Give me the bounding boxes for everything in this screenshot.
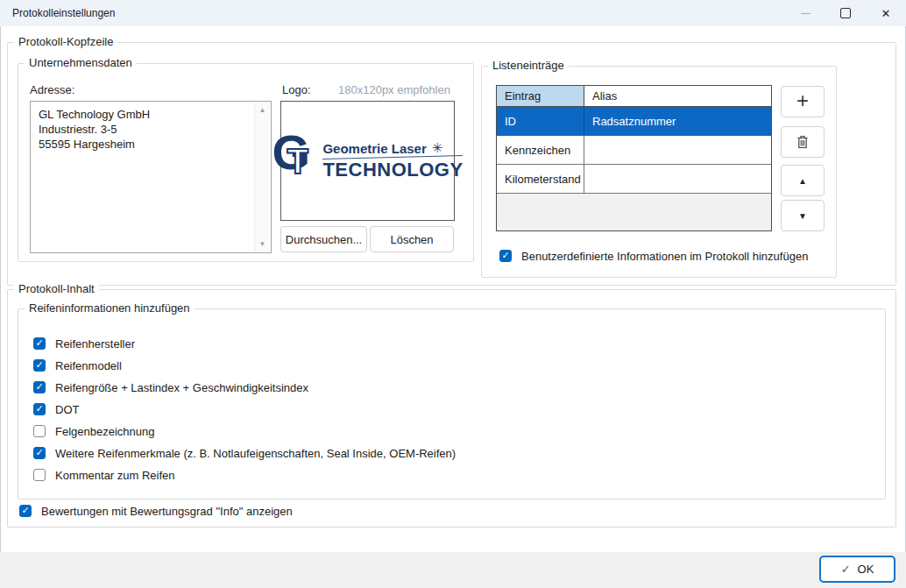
custom-info-checkbox[interactable]: ✓ bbox=[499, 250, 512, 262]
custom-info-checkbox-row[interactable]: ✓ Benutzerdefinierte Informationen im Pr… bbox=[499, 245, 808, 266]
browse-button-label: Durchsuchen... bbox=[286, 233, 362, 246]
checkbox-label: DOT bbox=[55, 403, 79, 416]
cell-eintrag[interactable]: Kennzeichen bbox=[497, 136, 584, 164]
checkbox[interactable]: ✓ bbox=[33, 337, 46, 350]
table-header-row: Eintrag Alias bbox=[497, 86, 771, 107]
info-rating-checkbox-row[interactable]: ✓ Bewertungen mit Bewertungsgrad "Info" … bbox=[19, 500, 293, 521]
checkbox-label: Felgenbezeichnung bbox=[55, 425, 154, 438]
checkbox-row-dot[interactable]: ✓ DOT bbox=[33, 399, 79, 420]
ok-button[interactable]: ✓ OK bbox=[819, 556, 895, 583]
arrow-up-icon: ▲ bbox=[798, 176, 807, 186]
check-icon: ✓ bbox=[35, 360, 43, 370]
scroll-down-icon[interactable]: ▼ bbox=[255, 240, 270, 248]
checkbox-row-felgenbezeichnung[interactable]: Felgenbezeichnung bbox=[33, 421, 154, 442]
checkbox[interactable]: ✓ bbox=[33, 447, 46, 459]
cell-alias[interactable] bbox=[584, 136, 771, 164]
check-icon: ✓ bbox=[35, 382, 43, 392]
checkbox[interactable] bbox=[33, 469, 46, 481]
checkbox-row-reifenhersteller[interactable]: ✓ Reifenhersteller bbox=[33, 333, 135, 354]
check-icon: ✓ bbox=[21, 506, 29, 515]
logo-line2: TECHNOLOGY bbox=[322, 159, 463, 181]
logo-text: Geometrie Laser ✳ TECHNOLOGY bbox=[322, 140, 463, 181]
add-entry-button[interactable]: + bbox=[781, 86, 825, 117]
address-scrollbar[interactable]: ▲ ▼ bbox=[254, 103, 270, 251]
checkbox-row-reifenmodell[interactable]: ✓ Reifenmodell bbox=[33, 355, 122, 376]
browse-button[interactable]: Durchsuchen... bbox=[280, 226, 367, 252]
footer-bar bbox=[0, 552, 906, 588]
title-bar: Protokolleinstellungen ✕ bbox=[0, 0, 906, 26]
column-header-eintrag[interactable]: Eintrag bbox=[497, 86, 584, 106]
trash-icon bbox=[796, 134, 810, 150]
checkbox[interactable] bbox=[33, 425, 46, 437]
move-up-button[interactable]: ▲ bbox=[781, 165, 825, 196]
logo-label: Logo: bbox=[282, 83, 311, 96]
logo-line1: Geometrie Laser bbox=[322, 141, 426, 156]
checkbox-row-reifengroesse[interactable]: ✓ Reifengröße + Lastindex + Geschwindigk… bbox=[33, 377, 308, 398]
checkbox-label: Kommentar zum Reifen bbox=[55, 469, 175, 482]
check-icon: ✓ bbox=[841, 563, 851, 576]
delete-logo-button-label: Löschen bbox=[390, 233, 433, 246]
checkbox[interactable]: ✓ bbox=[33, 359, 46, 372]
check-icon: ✓ bbox=[35, 338, 43, 348]
maximize-button[interactable] bbox=[825, 0, 866, 26]
group-tire-info-title: Reifeninformationen hinzufügen bbox=[25, 301, 195, 315]
company-logo: G T Geometrie Laser ✳ TECHNOLOGY bbox=[272, 132, 463, 190]
logo-preview: G T Geometrie Laser ✳ TECHNOLOGY bbox=[280, 101, 455, 221]
check-icon: ✓ bbox=[35, 404, 43, 414]
logo-monogram-t: T bbox=[287, 144, 308, 179]
protocol-settings-dialog: Protokolleinstellungen ✕ Protokoll-Kopfz… bbox=[0, 0, 906, 588]
address-line: GL Technology GmbH bbox=[39, 107, 250, 122]
group-company-data-title: Unternehmensdaten bbox=[25, 56, 137, 69]
maximize-icon bbox=[840, 8, 851, 18]
checkbox-row-kommentar[interactable]: Kommentar zum Reifen bbox=[33, 464, 175, 485]
check-icon: ✓ bbox=[35, 448, 43, 457]
window-title: Protokolleinstellungen bbox=[12, 0, 115, 26]
minimize-icon bbox=[801, 13, 810, 14]
ok-button-label: OK bbox=[858, 563, 874, 576]
table-row[interactable]: Kennzeichen bbox=[497, 136, 771, 165]
checkbox-label: Weitere Reifenmerkmale (z. B. Notlaufeig… bbox=[55, 447, 456, 460]
info-rating-checkbox[interactable]: ✓ bbox=[19, 505, 32, 517]
group-list-entries-title: Listeneinträge bbox=[488, 59, 569, 72]
group-protocol-content-title: Protokoll-Inhalt bbox=[14, 282, 99, 295]
custom-info-checkbox-label: Benutzerdefinierte Informationen im Prot… bbox=[521, 250, 808, 263]
address-label: Adresse: bbox=[30, 83, 74, 96]
cell-eintrag[interactable]: Kilometerstand bbox=[497, 165, 584, 193]
logo-size-hint: 180x120px empfohlen bbox=[338, 83, 450, 96]
logo-monogram: G T bbox=[272, 132, 321, 190]
address-textarea[interactable]: GL Technology GmbH Industriestr. 3-5 555… bbox=[30, 101, 272, 253]
checkbox-label: Reifenmodell bbox=[55, 359, 122, 372]
move-down-button[interactable]: ▼ bbox=[781, 200, 825, 231]
address-text: GL Technology GmbH Industriestr. 3-5 555… bbox=[39, 107, 250, 152]
checkbox-label: Reifengröße + Lastindex + Geschwindigkei… bbox=[55, 381, 308, 394]
checkbox[interactable]: ✓ bbox=[33, 403, 46, 415]
address-line: Industriestr. 3-5 bbox=[39, 122, 250, 137]
table-row[interactable]: Kilometerstand bbox=[497, 165, 771, 194]
group-protocol-header-title: Protokoll-Kopfzeile bbox=[14, 35, 117, 48]
info-rating-checkbox-label: Bewertungen mit Bewertungsgrad "Info" an… bbox=[41, 505, 293, 518]
table-row[interactable]: ID Radsatznummer bbox=[497, 107, 771, 136]
laser-star-icon: ✳ bbox=[432, 140, 443, 156]
cell-eintrag[interactable]: ID bbox=[497, 107, 584, 135]
address-line: 55595 Hargesheim bbox=[39, 137, 250, 152]
delete-entry-button[interactable] bbox=[781, 126, 825, 158]
check-icon: ✓ bbox=[501, 251, 509, 260]
checkbox-row-weitere-reifenmerkmale[interactable]: ✓ Weitere Reifenmerkmale (z. B. Notlaufe… bbox=[33, 443, 456, 464]
delete-logo-button[interactable]: Löschen bbox=[370, 226, 454, 252]
close-button[interactable]: ✕ bbox=[866, 0, 906, 26]
arrow-down-icon: ▼ bbox=[798, 211, 807, 221]
plus-icon: + bbox=[796, 90, 809, 111]
scroll-up-icon[interactable]: ▲ bbox=[255, 106, 270, 114]
column-header-alias[interactable]: Alias bbox=[584, 86, 771, 106]
close-icon: ✕ bbox=[881, 8, 891, 19]
checkbox-label: Reifenhersteller bbox=[55, 337, 135, 351]
window-controls: ✕ bbox=[785, 0, 906, 26]
checkbox[interactable]: ✓ bbox=[33, 381, 46, 393]
cell-alias[interactable] bbox=[584, 165, 771, 193]
minimize-button[interactable] bbox=[785, 0, 825, 26]
list-entries-table[interactable]: Eintrag Alias ID Radsatznummer Kennzeich… bbox=[496, 85, 772, 231]
cell-alias[interactable]: Radsatznummer bbox=[584, 107, 771, 135]
